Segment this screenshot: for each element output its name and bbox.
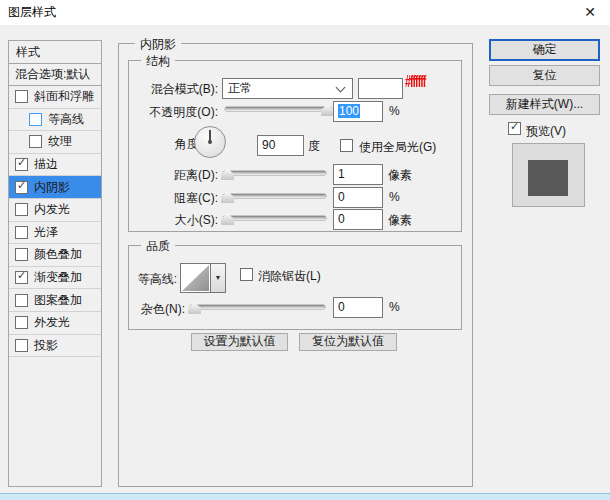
- effect-checkbox[interactable]: [15, 316, 28, 329]
- sidebar-item-label: 等高线: [48, 111, 84, 128]
- reset-button[interactable]: 复位: [489, 65, 600, 86]
- angle-value: 90: [262, 138, 275, 152]
- choke-label: 阻塞(C):: [130, 190, 218, 207]
- size-label: 大小(S):: [130, 212, 218, 229]
- sidebar-item-label: 光泽: [34, 224, 58, 241]
- color-annotation: #ffffff: [405, 72, 425, 92]
- effect-checkbox[interactable]: [15, 294, 28, 307]
- distance-label: 距离(D):: [130, 167, 218, 184]
- antialias-checkbox[interactable]: [240, 268, 253, 281]
- effect-checkbox[interactable]: [29, 135, 42, 148]
- contour-thumbnail[interactable]: [180, 263, 211, 293]
- choke-unit: %: [389, 190, 400, 204]
- sidebar-item-label: 斜面和浮雕: [34, 88, 94, 105]
- new-style-button[interactable]: 新建样式(W)...: [489, 94, 600, 115]
- noise-label: 杂色(N):: [110, 301, 185, 318]
- sidebar-item-6[interactable]: 光泽: [9, 222, 101, 245]
- choke-value: 0: [338, 190, 345, 204]
- quality-group-label: 品质: [141, 238, 175, 255]
- sidebar-header-styles[interactable]: 样式: [9, 41, 101, 64]
- sidebar-item-label: 纹理: [48, 133, 72, 150]
- shadow-color-swatch[interactable]: [358, 78, 403, 99]
- distance-input[interactable]: 1: [333, 164, 383, 185]
- sidebar-list: 斜面和浮雕等高线纹理描边内阴影内发光光泽颜色叠加渐变叠加图案叠加外发光投影: [9, 86, 101, 357]
- size-value: 0: [338, 212, 345, 226]
- reset-default-button[interactable]: 复位为默认值: [299, 333, 397, 351]
- angle-unit: 度: [308, 138, 320, 155]
- chevron-down-icon: [336, 83, 346, 93]
- sidebar-item-5[interactable]: 内发光: [9, 199, 101, 222]
- opacity-value: 100: [338, 104, 360, 118]
- preview-swatch-frame: [512, 143, 585, 207]
- noise-value: 0: [338, 300, 345, 314]
- sidebar-item-10[interactable]: 外发光: [9, 312, 101, 335]
- dialog-titlebar: 图层样式 ✕: [0, 0, 610, 25]
- effect-checkbox[interactable]: [15, 158, 28, 171]
- global-light-checkbox[interactable]: [340, 139, 353, 152]
- sidebar-item-11[interactable]: 投影: [9, 335, 101, 358]
- sidebar-item-blending-options[interactable]: 混合选项:默认: [9, 64, 101, 86]
- effect-checkbox[interactable]: [15, 226, 28, 239]
- sidebar-item-4[interactable]: 内阴影: [9, 176, 101, 199]
- styles-sidebar: 样式 混合选项:默认 斜面和浮雕等高线纹理描边内阴影内发光光泽颜色叠加渐变叠加图…: [8, 40, 102, 487]
- choke-slider-track[interactable]: [223, 194, 326, 198]
- sidebar-item-0[interactable]: 斜面和浮雕: [9, 86, 101, 109]
- angle-input[interactable]: 90: [257, 135, 304, 156]
- contour-picker-button[interactable]: ▼: [210, 263, 226, 293]
- effect-checkbox[interactable]: [15, 248, 28, 261]
- sidebar-item-8[interactable]: 渐变叠加: [9, 267, 101, 290]
- contour-label: 等高线:: [110, 271, 177, 288]
- sidebar-item-7[interactable]: 颜色叠加: [9, 244, 101, 267]
- opacity-slider-track[interactable]: [225, 107, 332, 111]
- blend-mode-value: 正常: [228, 81, 252, 95]
- triangle-down-icon: ▼: [215, 274, 222, 281]
- sidebar-item-9[interactable]: 图案叠加: [9, 289, 101, 312]
- angle-dial[interactable]: [194, 126, 226, 158]
- effect-checkbox[interactable]: [15, 339, 28, 352]
- distance-value: 1: [338, 167, 345, 181]
- global-light-label: 使用全局光(G): [359, 139, 436, 156]
- distance-slider-track[interactable]: [223, 171, 326, 175]
- sidebar-item-label: 外发光: [34, 314, 70, 331]
- noise-input[interactable]: 0: [333, 297, 383, 318]
- choke-input[interactable]: 0: [333, 187, 383, 208]
- set-default-button[interactable]: 设置为默认值: [191, 333, 288, 351]
- size-unit: 像素: [388, 212, 412, 229]
- close-icon[interactable]: ✕: [574, 0, 606, 25]
- sidebar-item-label: 投影: [34, 337, 58, 354]
- structure-group-label: 结构: [141, 53, 175, 70]
- distance-unit: 像素: [388, 167, 412, 184]
- noise-unit: %: [389, 300, 400, 314]
- sidebar-item-3[interactable]: 描边: [9, 154, 101, 177]
- preview-swatch: [528, 160, 568, 196]
- preview-label: 预览(V): [526, 123, 566, 140]
- effect-checkbox[interactable]: [29, 113, 42, 126]
- sidebar-item-label: 颜色叠加: [34, 246, 82, 263]
- effect-checkbox[interactable]: [15, 203, 28, 216]
- sidebar-item-1[interactable]: 等高线: [9, 109, 101, 132]
- angle-hub: [208, 140, 212, 144]
- sidebar-item-label: 渐变叠加: [34, 269, 82, 286]
- effect-checkbox[interactable]: [15, 181, 28, 194]
- opacity-input[interactable]: 100: [333, 101, 383, 122]
- sidebar-item-label: 内发光: [34, 201, 70, 218]
- effect-checkbox[interactable]: [15, 90, 28, 103]
- blend-mode-label: 混合模式(B):: [130, 81, 218, 98]
- sidebar-item-label: 描边: [34, 156, 58, 173]
- sidebar-item-label: 图案叠加: [34, 292, 82, 309]
- ok-button[interactable]: 确定: [489, 39, 600, 61]
- antialias-label: 消除锯齿(L): [258, 268, 321, 285]
- size-input[interactable]: 0: [333, 209, 383, 230]
- preview-checkbox[interactable]: [508, 122, 521, 135]
- contour-linear-shape: [182, 265, 209, 291]
- sidebar-item-2[interactable]: 纹理: [9, 131, 101, 154]
- opacity-label: 不透明度(O):: [130, 104, 218, 121]
- sidebar-item-label: 内阴影: [34, 179, 70, 196]
- panel-title: 内阴影: [135, 36, 181, 53]
- effect-checkbox[interactable]: [15, 271, 28, 284]
- noise-slider-track[interactable]: [190, 305, 325, 309]
- size-slider-track[interactable]: [223, 216, 326, 220]
- dialog-title: 图层样式: [8, 0, 56, 25]
- blend-mode-dropdown[interactable]: 正常: [222, 78, 353, 99]
- opacity-unit: %: [389, 104, 400, 118]
